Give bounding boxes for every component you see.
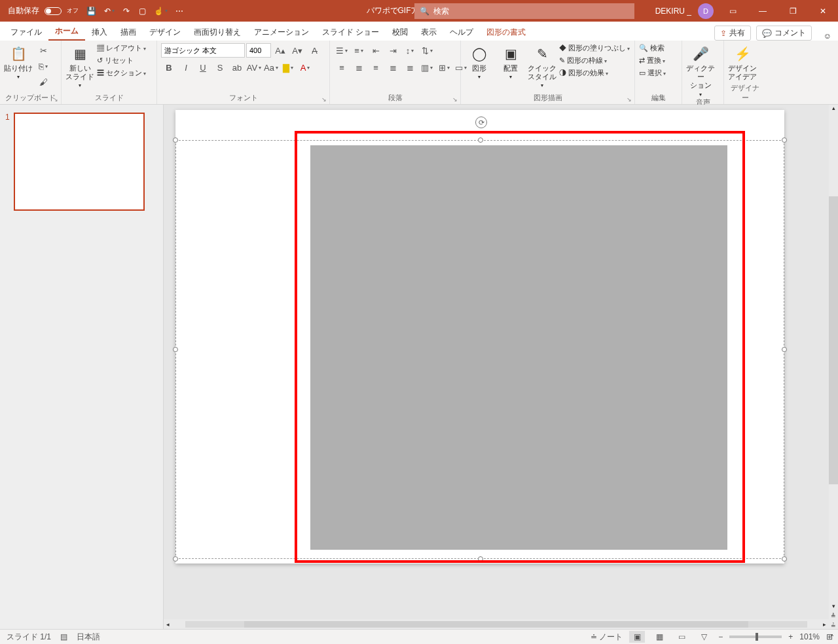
- redo-icon[interactable]: ↷: [120, 3, 133, 19]
- arrange-button[interactable]: ▣配置▾: [496, 43, 525, 80]
- tab-draw[interactable]: 描画: [114, 23, 143, 41]
- underline-icon[interactable]: U: [195, 60, 211, 75]
- handle[interactable]: [173, 556, 178, 562]
- close-icon[interactable]: ✕: [808, 0, 838, 22]
- avatar[interactable]: D: [698, 3, 714, 19]
- dialog-launcher-icon[interactable]: ↘: [53, 96, 58, 103]
- align-left-icon[interactable]: ≡: [334, 60, 350, 75]
- replace-button[interactable]: ⇄ 置換: [639, 56, 666, 65]
- user-name[interactable]: DEKIRU _: [653, 7, 694, 16]
- cut-icon[interactable]: ✂: [35, 43, 51, 58]
- rotate-handle-icon[interactable]: ⟳: [475, 116, 487, 128]
- tab-home[interactable]: ホーム: [48, 22, 85, 41]
- scroll-up-icon[interactable]: ▴: [829, 105, 838, 111]
- design-ideas-button[interactable]: ⚡デザイン アイデア: [728, 43, 757, 81]
- scrollbar-thumb[interactable]: [829, 196, 838, 484]
- char-spacing-icon[interactable]: AV: [246, 60, 262, 75]
- bullets-icon[interactable]: ☰: [334, 43, 350, 58]
- zoom-slider[interactable]: [729, 635, 782, 638]
- shadow-icon[interactable]: ab: [229, 60, 245, 75]
- strike-icon[interactable]: S: [212, 60, 228, 75]
- share-button[interactable]: ⇪共有: [714, 26, 751, 41]
- search-box[interactable]: 🔍: [414, 3, 634, 19]
- align-center-icon[interactable]: ≣: [351, 60, 367, 75]
- tab-slideshow[interactable]: スライド ショー: [316, 23, 386, 41]
- dialog-launcher-icon[interactable]: ↘: [321, 96, 327, 103]
- zoom-in-icon[interactable]: +: [788, 632, 793, 641]
- touch-icon[interactable]: ☝: [151, 3, 170, 19]
- shape-fill-button[interactable]: ◆ 図形の塗りつぶし: [559, 43, 630, 53]
- minimize-icon[interactable]: —: [748, 0, 778, 22]
- selected-shape[interactable]: [310, 145, 727, 550]
- change-case-icon[interactable]: Aa: [263, 60, 279, 75]
- present-icon[interactable]: ▢: [136, 3, 149, 19]
- copy-icon[interactable]: ⎘: [35, 59, 51, 73]
- scrollbar-thumb[interactable]: [244, 621, 748, 628]
- highlight-icon[interactable]: ▇: [280, 60, 296, 75]
- scroll-left-icon[interactable]: ◂: [164, 621, 172, 628]
- tab-design[interactable]: デザイン: [143, 23, 187, 41]
- qat-more-icon[interactable]: ⋯: [173, 3, 186, 19]
- numbering-icon[interactable]: ≡: [351, 43, 367, 58]
- handle[interactable]: [782, 347, 787, 352]
- slide-editor[interactable]: ⟳ ▴ ▾ ≜ ≟ ◂ ▸: [164, 105, 838, 629]
- line-spacing-icon[interactable]: ↕: [402, 43, 418, 58]
- indent-icon[interactable]: ⇥: [385, 43, 401, 58]
- horizontal-scrollbar[interactable]: ◂ ▸: [164, 619, 829, 629]
- search-input[interactable]: [433, 7, 634, 16]
- shape-outline-button[interactable]: ✎ 図形の枠線: [559, 56, 630, 65]
- font-color-icon[interactable]: A: [297, 60, 313, 75]
- zoom-level[interactable]: 101%: [799, 632, 820, 641]
- zoom-out-icon[interactable]: −: [718, 632, 723, 641]
- tab-review[interactable]: 校閲: [386, 23, 414, 41]
- accessibility-icon[interactable]: ▤: [60, 632, 67, 641]
- clear-format-icon[interactable]: A̶: [306, 43, 322, 58]
- zoom-knob[interactable]: [756, 633, 758, 641]
- font-size-input[interactable]: [246, 43, 271, 58]
- paste-button[interactable]: 📋貼り付け▾: [4, 43, 33, 80]
- prev-slide-icon[interactable]: ≜: [829, 613, 838, 619]
- handle[interactable]: [173, 347, 178, 352]
- ribbon-display-icon[interactable]: ▭: [718, 0, 748, 22]
- columns-icon[interactable]: ▥: [419, 60, 435, 75]
- text-direction-icon[interactable]: ⇅: [419, 43, 435, 58]
- collapse-ribbon-icon[interactable]: ˄: [830, 634, 834, 643]
- next-slide-icon[interactable]: ≟: [829, 622, 838, 629]
- tab-transitions[interactable]: 画面切り替え: [187, 23, 247, 41]
- select-button[interactable]: ▭ 選択: [639, 68, 666, 78]
- maximize-icon[interactable]: ❐: [778, 0, 808, 22]
- slideshow-view-icon[interactable]: ▽: [696, 631, 712, 643]
- dialog-launcher-icon[interactable]: ↘: [452, 96, 458, 103]
- find-button[interactable]: 🔍 検索: [639, 43, 666, 53]
- quick-styles-button[interactable]: ✎クイック スタイル▾: [528, 43, 556, 89]
- save-icon[interactable]: 💾: [84, 3, 99, 19]
- scroll-down-icon[interactable]: ▾: [829, 603, 838, 609]
- align-text-icon[interactable]: ⊞: [436, 60, 452, 75]
- comments-button[interactable]: 💬コメント: [756, 26, 812, 41]
- undo-icon[interactable]: ↶: [101, 3, 117, 19]
- grow-font-icon[interactable]: A▴: [272, 43, 288, 58]
- autosave-toggle[interactable]: [45, 7, 62, 15]
- tab-view[interactable]: 表示: [414, 23, 443, 41]
- feedback-icon[interactable]: ☺: [824, 31, 831, 41]
- handle[interactable]: [782, 556, 787, 562]
- shape-effects-button[interactable]: ◑ 図形の効果: [559, 68, 630, 78]
- reset-button[interactable]: ↺ リセット: [97, 56, 146, 65]
- tab-file[interactable]: ファイル: [4, 23, 48, 41]
- new-slide-button[interactable]: ▦新しい スライド▾: [65, 43, 94, 89]
- thumbnail-pane[interactable]: 1: [0, 105, 164, 629]
- justify-icon[interactable]: ≣: [385, 60, 401, 75]
- sorter-view-icon[interactable]: ▦: [651, 631, 667, 643]
- slide-thumbnail[interactable]: [14, 113, 145, 211]
- layout-button[interactable]: ▦ レイアウト: [97, 43, 146, 53]
- tab-help[interactable]: ヘルプ: [443, 23, 480, 41]
- dictate-button[interactable]: 🎤ディクテー ション▾: [686, 43, 715, 98]
- align-right-icon[interactable]: ≡: [368, 60, 384, 75]
- handle[interactable]: [782, 137, 787, 143]
- handle[interactable]: [173, 137, 178, 143]
- italic-icon[interactable]: I: [178, 60, 194, 75]
- shapes-button[interactable]: ◯図形▾: [465, 43, 494, 80]
- dialog-launcher-icon[interactable]: ↘: [627, 96, 632, 103]
- tab-animations[interactable]: アニメーション: [247, 23, 316, 41]
- font-name-input[interactable]: [161, 43, 245, 58]
